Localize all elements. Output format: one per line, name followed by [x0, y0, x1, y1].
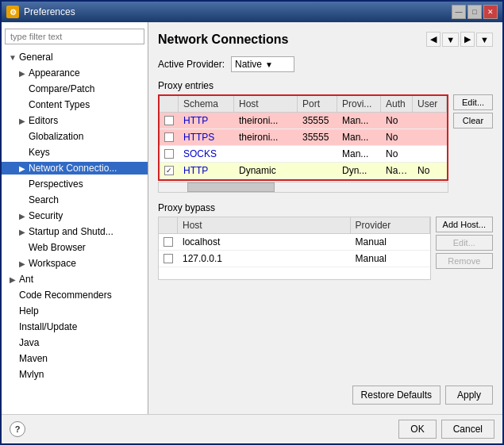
add-host-button[interactable]: Add Host... — [436, 217, 493, 232]
sidebar-item-keys[interactable]: Keys — [2, 144, 148, 160]
sidebar-item-install-update[interactable]: Install/Update — [2, 319, 148, 335]
btd-checkbox — [159, 235, 178, 249]
provider-select[interactable]: Native ▼ — [231, 56, 294, 72]
btd-host: localhost — [178, 234, 351, 250]
bypass-table-wrapper: Host Provider localhost Manual 127.0.0.1… — [158, 217, 431, 280]
minimize-button[interactable]: — — [452, 5, 466, 19]
sidebar-item-perspectives[interactable]: Perspectives — [2, 176, 148, 192]
row-checkbox[interactable] — [164, 149, 174, 159]
sidebar-item-code-recommenders[interactable]: Code Recommenders — [2, 287, 148, 303]
btd-checkbox — [159, 251, 178, 266]
proxy-table-row[interactable]: SOCKS Man... No — [160, 146, 447, 163]
sidebar-item-label: Maven — [17, 353, 48, 364]
th-schema: Schema — [179, 96, 234, 112]
maximize-button[interactable]: □ — [467, 5, 482, 19]
apply-button[interactable]: Apply — [445, 386, 493, 405]
sidebar-item-network-connections[interactable]: ▶ Network Connectio... — [2, 160, 148, 176]
page-title: Network Connections — [158, 33, 288, 47]
provider-row: Active Provider: Native ▼ — [158, 56, 493, 72]
sidebar-item-general[interactable]: ▼ General — [2, 49, 148, 65]
proxy-table-wrapper: Schema Host Port Provi... Auth User HTTP — [158, 94, 448, 181]
help-button[interactable]: ? — [10, 421, 25, 437]
td-host: Dynamic — [234, 163, 298, 178]
bypass-table-header: Host Provider — [159, 217, 430, 234]
sidebar-item-label: Workspace — [27, 258, 76, 269]
ok-button[interactable]: OK — [398, 420, 436, 439]
provider-select-arrow-icon: ▼ — [265, 60, 273, 69]
bypass-remove-button[interactable]: Remove — [436, 253, 493, 269]
td-schema: SOCKS — [179, 146, 234, 162]
bypass-table-row[interactable]: 127.0.0.1 Manual — [159, 251, 430, 267]
sidebar-item-compare-patch[interactable]: Compare/Patch — [2, 81, 148, 97]
row-checkbox[interactable] — [164, 166, 174, 175]
td-provider: Dyn... — [337, 163, 381, 178]
sidebar-item-java[interactable]: Java — [2, 335, 148, 351]
expand-icon: ▶ — [17, 117, 27, 125]
bypass-edit-button[interactable]: Edit... — [436, 235, 493, 251]
btd-provider: Manual — [351, 251, 430, 267]
nav-dropdown-button[interactable]: ▼ — [442, 33, 459, 47]
sidebar-item-security[interactable]: ▶ Security — [2, 208, 148, 224]
td-user: No — [413, 163, 447, 178]
nav-back-button[interactable]: ◀ — [426, 32, 441, 47]
bottom-left: ? — [10, 421, 25, 437]
filter-input[interactable] — [5, 29, 144, 44]
sidebar-item-search[interactable]: Search — [2, 192, 148, 208]
th-provider: Provi... — [337, 96, 381, 112]
restore-defaults-button[interactable]: Restore Defaults — [352, 386, 441, 405]
nav-forward-button[interactable]: ▶ — [460, 32, 475, 47]
td-user — [413, 135, 447, 140]
sidebar-item-label: Mvlyn — [17, 369, 44, 380]
main-footer: Restore Defaults Apply — [158, 381, 493, 405]
bth-provider: Provider — [351, 217, 430, 233]
sidebar-item-label: General — [17, 52, 53, 63]
expand-icon: ▶ — [8, 275, 17, 284]
main-content: ▼ General ▶ Appearance Compare/Patch — [2, 22, 502, 414]
row-checkbox[interactable] — [164, 237, 173, 247]
row-checkbox[interactable] — [164, 132, 174, 142]
sidebar-item-mvlyn[interactable]: Mvlyn — [2, 366, 148, 382]
proxy-table-hscroll[interactable] — [158, 182, 448, 193]
sidebar-item-web-browser[interactable]: Web Browser — [2, 240, 148, 255]
preferences-window: ⚙ Preferences — □ ✕ ▼ General ▶ Appear — [0, 0, 504, 445]
sidebar-item-label: Search — [27, 194, 59, 205]
cancel-button[interactable]: Cancel — [441, 420, 494, 439]
sidebar-item-startup-shutdown[interactable]: ▶ Startup and Shutd... — [2, 224, 148, 240]
proxy-entries-label: Proxy entries — [158, 80, 493, 91]
sidebar-item-content-types[interactable]: Content Types — [2, 97, 148, 113]
th-checkbox — [160, 96, 179, 112]
sidebar-item-label: Security — [27, 210, 63, 221]
row-checkbox[interactable] — [164, 116, 174, 125]
sidebar-item-maven[interactable]: Maven — [2, 351, 148, 366]
close-button[interactable]: ✕ — [483, 5, 498, 19]
proxy-table-row[interactable]: HTTP Dynamic Dyn... Nati... No — [160, 163, 447, 179]
expand-icon: ▶ — [17, 212, 27, 221]
sidebar-item-label: Content Types — [27, 99, 90, 110]
sidebar-item-editors[interactable]: ▶ Editors — [2, 113, 148, 129]
window-title: Preferences — [24, 6, 75, 17]
bth-checkbox — [159, 217, 178, 233]
row-checkbox[interactable] — [164, 254, 173, 263]
expand-icon: ▼ — [8, 53, 17, 62]
edit-button[interactable]: Edit... — [453, 94, 493, 110]
sidebar-item-help[interactable]: Help — [2, 303, 148, 319]
td-port — [298, 152, 337, 156]
sidebar-item-appearance[interactable]: ▶ Appearance — [2, 65, 148, 81]
td-checkbox — [160, 147, 179, 161]
sidebar-item-globalization[interactable]: Globalization — [2, 129, 148, 144]
expand-icon: ▶ — [17, 228, 27, 236]
sidebar-item-label: Compare/Patch — [27, 83, 94, 94]
title-buttons: — □ ✕ — [452, 5, 498, 19]
td-host: theironi... — [234, 113, 298, 129]
expand-icon: ▶ — [17, 164, 27, 173]
bypass-table-row[interactable]: localhost Manual — [159, 234, 430, 251]
clear-button[interactable]: Clear — [453, 113, 493, 129]
sidebar-item-ant[interactable]: ▶ Ant — [2, 271, 148, 287]
proxy-table-row[interactable]: HTTP theironi... 35555 Man... No — [160, 113, 447, 129]
proxy-table-row[interactable]: HTTPS theironi... 35555 Man... No — [160, 129, 447, 146]
proxy-bypass-section: Proxy bypass Host Provider localhost Man… — [158, 202, 493, 280]
nav-forward-dropdown-button[interactable]: ▼ — [476, 33, 493, 47]
td-auth: No — [381, 146, 413, 162]
sidebar-item-workspace[interactable]: ▶ Workspace — [2, 255, 148, 271]
td-provider: Man... — [337, 129, 381, 145]
